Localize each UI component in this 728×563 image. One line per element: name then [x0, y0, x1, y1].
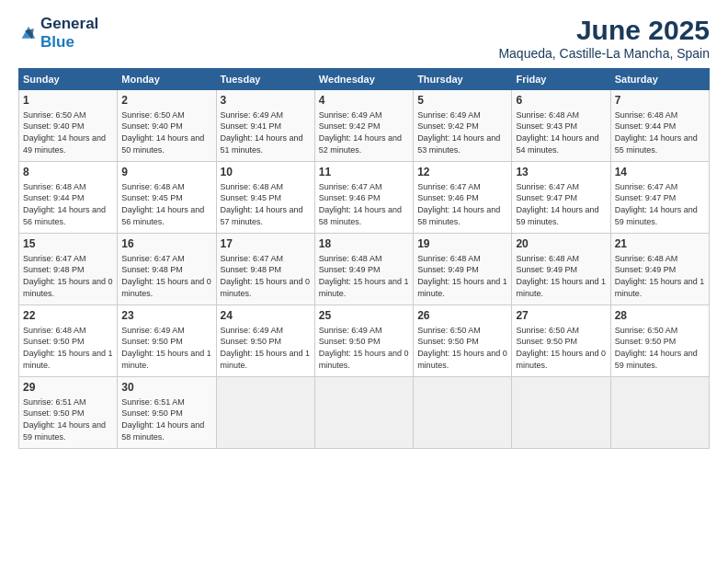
- sunset-text: Sunset: 9:40 PM: [121, 121, 183, 131]
- daylight-label: Daylight: 14 hours and 59 minutes.: [23, 420, 106, 442]
- sunset-text: Sunset: 9:42 PM: [319, 121, 381, 131]
- col-sunday: Sunday: [19, 69, 118, 90]
- daylight-label: Daylight: 14 hours and 58 minutes.: [121, 420, 204, 442]
- day-number: 18: [319, 236, 409, 252]
- col-saturday: Saturday: [610, 69, 709, 90]
- calendar-cell: 4 Sunrise: 6:49 AM Sunset: 9:42 PM Dayli…: [314, 90, 413, 162]
- calendar-cell: 5 Sunrise: 6:49 AM Sunset: 9:42 PM Dayli…: [414, 90, 512, 162]
- sunrise-text: Sunrise: 6:51 AM: [23, 397, 86, 407]
- daylight-label: Daylight: 14 hours and 56 minutes.: [23, 205, 106, 226]
- sunset-text: Sunset: 9:48 PM: [221, 265, 282, 274]
- col-wednesday: Wednesday: [314, 69, 413, 90]
- daylight-label: Daylight: 15 hours and 1 minute.: [319, 277, 409, 298]
- daylight-label: Daylight: 15 hours and 1 minute.: [417, 277, 507, 298]
- calendar-cell: 18 Sunrise: 6:48 AM Sunset: 9:49 PM Dayl…: [314, 234, 413, 305]
- sunrise-text: Sunrise: 6:50 AM: [417, 326, 481, 335]
- calendar-cell: 27 Sunrise: 6:50 AM Sunset: 9:50 PM Dayl…: [512, 305, 610, 377]
- sunset-text: Sunset: 9:49 PM: [417, 265, 479, 274]
- daylight-label: Daylight: 15 hours and 1 minute.: [23, 349, 113, 370]
- day-number: 25: [319, 308, 409, 324]
- sunrise-text: Sunrise: 6:48 AM: [516, 254, 579, 263]
- col-monday: Monday: [118, 69, 216, 90]
- sunset-text: Sunset: 9:45 PM: [121, 193, 183, 202]
- sunset-text: Sunset: 9:50 PM: [23, 337, 85, 346]
- sunset-text: Sunset: 9:48 PM: [121, 265, 183, 274]
- logo: General Blue: [18, 15, 98, 51]
- sunset-text: Sunset: 9:46 PM: [319, 193, 381, 202]
- daylight-label: Daylight: 14 hours and 54 minutes.: [516, 133, 598, 155]
- calendar-cell: 22 Sunrise: 6:48 AM Sunset: 9:50 PM Dayl…: [19, 305, 118, 377]
- daylight-label: Daylight: 14 hours and 58 minutes.: [417, 205, 500, 226]
- subtitle: Maqueda, Castille-La Mancha, Spain: [498, 46, 710, 61]
- calendar-cell: 21 Sunrise: 6:48 AM Sunset: 9:49 PM Dayl…: [610, 234, 709, 305]
- sunset-text: Sunset: 9:43 PM: [516, 121, 577, 131]
- sunset-text: Sunset: 9:44 PM: [23, 193, 85, 202]
- day-number: 30: [121, 380, 211, 396]
- sunset-text: Sunset: 9:46 PM: [417, 193, 479, 202]
- sunset-text: Sunset: 9:50 PM: [121, 337, 183, 346]
- daylight-label: Daylight: 14 hours and 51 minutes.: [221, 133, 303, 155]
- sunrise-text: Sunrise: 6:48 AM: [319, 254, 382, 263]
- sunrise-text: Sunrise: 6:51 AM: [121, 397, 185, 407]
- calendar-cell: 19 Sunrise: 6:48 AM Sunset: 9:49 PM Dayl…: [414, 234, 512, 305]
- sunrise-text: Sunrise: 6:49 AM: [221, 326, 284, 335]
- day-number: 14: [615, 165, 705, 180]
- sunset-text: Sunset: 9:50 PM: [319, 337, 381, 346]
- calendar-cell: [314, 377, 413, 449]
- page-header: General Blue June 2025 Maqueda, Castille…: [18, 15, 710, 61]
- sunrise-text: Sunrise: 6:47 AM: [319, 182, 382, 191]
- day-number: 29: [23, 380, 113, 396]
- sunrise-text: Sunrise: 6:49 AM: [319, 326, 382, 335]
- day-number: 10: [221, 165, 311, 180]
- day-number: 9: [121, 165, 211, 180]
- daylight-label: Daylight: 15 hours and 0 minutes.: [121, 277, 211, 298]
- day-number: 7: [615, 93, 705, 109]
- day-number: 23: [121, 308, 211, 324]
- calendar-cell: 8 Sunrise: 6:48 AM Sunset: 9:44 PM Dayli…: [19, 162, 118, 234]
- sunrise-text: Sunrise: 6:48 AM: [221, 182, 284, 191]
- calendar-cell: [216, 377, 314, 449]
- calendar-cell: [610, 377, 709, 449]
- calendar-cell: 11 Sunrise: 6:47 AM Sunset: 9:46 PM Dayl…: [314, 162, 413, 234]
- sunrise-text: Sunrise: 6:47 AM: [121, 254, 185, 263]
- calendar-cell: 25 Sunrise: 6:49 AM Sunset: 9:50 PM Dayl…: [314, 305, 413, 377]
- day-number: 13: [516, 165, 606, 180]
- sunrise-text: Sunrise: 6:47 AM: [221, 254, 284, 263]
- sunset-text: Sunset: 9:49 PM: [516, 265, 577, 274]
- day-number: 28: [615, 308, 705, 324]
- calendar-table: Sunday Monday Tuesday Wednesday Thursday…: [18, 68, 710, 449]
- day-number: 21: [615, 236, 705, 252]
- sunset-text: Sunset: 9:41 PM: [221, 121, 282, 131]
- daylight-label: Daylight: 15 hours and 1 minute.: [516, 277, 606, 298]
- daylight-label: Daylight: 14 hours and 53 minutes.: [417, 133, 500, 155]
- calendar-cell: 1 Sunrise: 6:50 AM Sunset: 9:40 PM Dayli…: [19, 90, 118, 162]
- daylight-label: Daylight: 15 hours and 0 minutes.: [417, 349, 507, 370]
- calendar-cell: 6 Sunrise: 6:48 AM Sunset: 9:43 PM Dayli…: [512, 90, 610, 162]
- sunset-text: Sunset: 9:42 PM: [417, 121, 479, 131]
- calendar-cell: 12 Sunrise: 6:47 AM Sunset: 9:46 PM Dayl…: [414, 162, 512, 234]
- col-tuesday: Tuesday: [216, 69, 314, 90]
- sunset-text: Sunset: 9:40 PM: [23, 121, 85, 131]
- sunset-text: Sunset: 9:50 PM: [516, 337, 577, 346]
- day-number: 17: [221, 236, 311, 252]
- logo-icon: [20, 25, 37, 41]
- sunrise-text: Sunrise: 6:49 AM: [417, 110, 481, 120]
- daylight-label: Daylight: 14 hours and 50 minutes.: [121, 133, 204, 155]
- sunset-text: Sunset: 9:50 PM: [221, 337, 282, 346]
- sunrise-text: Sunrise: 6:47 AM: [417, 182, 481, 191]
- day-number: 16: [121, 236, 211, 252]
- sunrise-text: Sunrise: 6:48 AM: [516, 110, 579, 120]
- day-number: 12: [417, 165, 507, 180]
- calendar-cell: 7 Sunrise: 6:48 AM Sunset: 9:44 PM Dayli…: [610, 90, 709, 162]
- calendar-cell: 10 Sunrise: 6:48 AM Sunset: 9:45 PM Dayl…: [216, 162, 314, 234]
- day-number: 27: [516, 308, 606, 324]
- sunrise-text: Sunrise: 6:50 AM: [516, 326, 579, 335]
- sunrise-text: Sunrise: 6:48 AM: [417, 254, 481, 263]
- calendar-cell: [414, 377, 512, 449]
- daylight-label: Daylight: 15 hours and 1 minute.: [615, 277, 705, 298]
- day-number: 15: [23, 236, 113, 252]
- calendar-cell: 2 Sunrise: 6:50 AM Sunset: 9:40 PM Dayli…: [118, 90, 216, 162]
- calendar-cell: 17 Sunrise: 6:47 AM Sunset: 9:48 PM Dayl…: [216, 234, 314, 305]
- sunset-text: Sunset: 9:49 PM: [319, 265, 381, 274]
- sunset-text: Sunset: 9:47 PM: [516, 193, 577, 202]
